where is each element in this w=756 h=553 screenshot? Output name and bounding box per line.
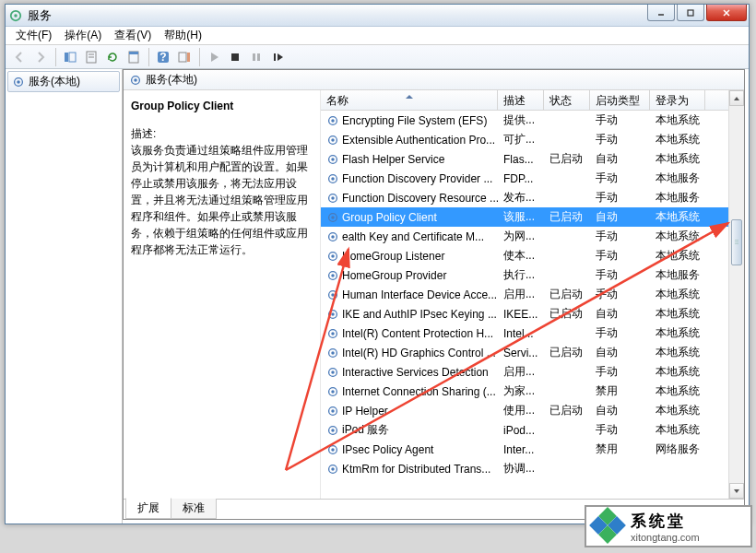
refresh-button[interactable] <box>102 47 123 67</box>
back-button[interactable] <box>9 47 30 67</box>
service-row[interactable]: Human Interface Device Acce...启用...已启动手动… <box>321 285 728 304</box>
svg-point-28 <box>331 138 335 142</box>
svg-point-46 <box>331 312 335 316</box>
service-row[interactable]: ealth Key and Certificate M...为网...手动本地系… <box>321 227 728 246</box>
menu-help[interactable]: 帮助(H) <box>158 26 208 45</box>
cell-status: 已启动 <box>544 403 590 418</box>
svg-rect-7 <box>69 53 76 62</box>
close-button[interactable] <box>706 5 747 21</box>
menu-action[interactable]: 操作(A) <box>58 26 108 45</box>
detail-pane: Group Policy Client 描述: 该服务负责通过组策略组件应用管理… <box>124 90 320 499</box>
show-hide-tree-button[interactable] <box>60 47 80 67</box>
service-row[interactable]: Internet Connection Sharing (...为家...禁用本… <box>321 382 728 401</box>
service-row[interactable]: HomeGroup Provider执行...手动本地服务 <box>321 265 728 285</box>
start-service-button[interactable] <box>204 47 224 67</box>
menu-file[interactable]: 文件(F) <box>9 26 58 45</box>
column-headers: 名称 描述 状态 启动类型 登录为 <box>321 90 728 111</box>
svg-rect-17 <box>231 53 239 61</box>
col-desc[interactable]: 描述 <box>498 90 544 110</box>
cell-status: 已启动 <box>544 151 590 167</box>
service-row[interactable]: KtmRm for Distributed Trans...协调... <box>321 459 728 478</box>
maximize-button[interactable] <box>677 5 704 21</box>
stop-service-button[interactable] <box>225 47 245 67</box>
cell-name: Human Interface Device Acce... <box>321 288 498 301</box>
service-row[interactable]: Encrypting File System (EFS)提供...手动本地系统 <box>321 111 728 130</box>
service-row[interactable]: HomeGroup Listener使本...手动本地系统 <box>321 246 728 265</box>
logo-name: 系统堂 <box>631 511 700 532</box>
cell-logon: 本地系统 <box>650 345 705 360</box>
cell-logon: 本地服务 <box>650 171 705 186</box>
app-icon <box>9 9 22 22</box>
cell-name: IP Helper <box>321 405 498 418</box>
cell-status: 已启动 <box>544 345 590 360</box>
svg-rect-6 <box>65 53 68 62</box>
cell-desc: iPod... <box>498 424 544 437</box>
col-startup[interactable]: 启动类型 <box>590 90 650 110</box>
svg-rect-19 <box>257 53 260 61</box>
cell-name: IKE and AuthIP IPsec Keying ... <box>321 308 498 321</box>
svg-rect-16 <box>187 53 190 62</box>
cell-logon: 本地系统 <box>650 325 705 341</box>
title-bar[interactable]: 服务 <box>6 5 749 27</box>
cell-startup: 手动 <box>590 132 650 147</box>
scroll-down-button[interactable] <box>729 483 744 499</box>
svg-point-58 <box>331 429 335 432</box>
service-row[interactable]: Function Discovery Resource ...发布...手动本地… <box>321 188 728 207</box>
service-row[interactable]: IPsec Policy AgentInter...禁用网络服务 <box>321 440 728 459</box>
service-row[interactable]: Interactive Services Detection启用...手动本地系… <box>321 362 728 382</box>
service-row[interactable]: Intel(R) HD Graphics Control ...Servi...… <box>321 343 728 362</box>
cell-desc: IKEE... <box>498 308 544 321</box>
cell-startup: 手动 <box>590 364 650 380</box>
tree-node-services-local[interactable]: 服务(本地) <box>7 71 120 92</box>
scroll-thumb[interactable] <box>731 219 742 265</box>
svg-point-40 <box>331 254 335 258</box>
col-status[interactable]: 状态 <box>544 90 590 110</box>
col-logon[interactable]: 登录为 <box>650 90 705 110</box>
action-pane-button[interactable] <box>174 47 195 67</box>
cell-startup: 手动 <box>590 267 650 283</box>
forward-button[interactable] <box>30 47 51 67</box>
menu-view[interactable]: 查看(V) <box>108 26 158 45</box>
cell-desc: 协调... <box>498 461 544 477</box>
cell-desc: 执行... <box>498 267 544 283</box>
properties-button[interactable] <box>124 47 144 67</box>
cell-startup: 手动 <box>590 171 650 186</box>
cell-logon: 本地系统 <box>650 422 705 438</box>
svg-point-26 <box>331 119 335 123</box>
separator <box>148 48 149 66</box>
scroll-up-button[interactable] <box>729 90 744 106</box>
service-row[interactable]: Extensible Authentication Pro...可扩...手动本… <box>321 130 728 149</box>
cell-name: ealth Key and Certificate M... <box>321 230 498 243</box>
svg-point-22 <box>17 80 20 84</box>
svg-point-52 <box>331 371 335 374</box>
tree-pane: 服务(本地) <box>6 69 123 524</box>
col-name[interactable]: 名称 <box>321 90 498 110</box>
export-button[interactable] <box>81 47 101 67</box>
service-row[interactable]: iPod 服务iPod...手动本地系统 <box>321 420 728 440</box>
svg-point-42 <box>331 274 335 277</box>
cell-name: IPsec Policy Agent <box>321 443 498 456</box>
cell-status: 已启动 <box>544 287 590 302</box>
cell-name: Flash Helper Service <box>321 153 498 166</box>
svg-point-30 <box>331 158 335 161</box>
service-row[interactable]: Flash Helper ServiceFlas...已启动自动本地系统 <box>321 149 728 169</box>
svg-point-62 <box>331 467 335 471</box>
service-row[interactable]: Intel(R) Content Protection H...Intel...… <box>321 324 728 343</box>
service-row[interactable]: IKE and AuthIP IPsec Keying ...IKEE...已启… <box>321 304 728 324</box>
cell-startup: 自动 <box>590 209 650 225</box>
service-row[interactable]: IP Helper使用...已启动自动本地系统 <box>321 401 728 420</box>
service-row[interactable]: Group Policy Client该服...已启动自动本地系统 <box>321 207 728 227</box>
svg-text:?: ? <box>159 51 166 64</box>
tab-standard[interactable]: 标准 <box>171 499 217 519</box>
cell-desc: Servi... <box>498 347 544 359</box>
cell-startup: 手动 <box>590 248 650 264</box>
service-row[interactable]: Function Discovery Provider ...FDP...手动本… <box>321 169 728 188</box>
vertical-scrollbar[interactable] <box>728 90 744 499</box>
service-list: 名称 描述 状态 启动类型 登录为 Encrypting File System… <box>320 90 744 499</box>
minimize-button[interactable] <box>647 5 675 21</box>
cell-desc: 启用... <box>498 364 544 380</box>
restart-service-button[interactable] <box>267 47 288 67</box>
tab-extended[interactable]: 扩展 <box>125 498 171 519</box>
pause-service-button[interactable] <box>246 47 266 67</box>
help-button[interactable]: ? <box>153 47 173 67</box>
